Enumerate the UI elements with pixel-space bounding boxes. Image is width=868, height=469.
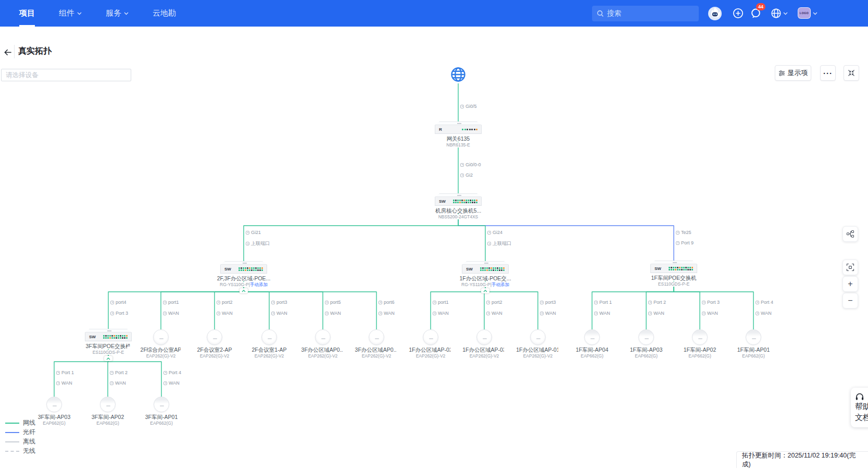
port-icon [487,242,491,245]
nav-search-input[interactable]: 搜索 [592,6,699,21]
port-icon [676,241,680,245]
port-icon [486,301,490,304]
port-label: WAN [163,380,180,386]
chevron-down-icon [813,12,817,15]
device-name: 1F车间-AP01 [720,347,787,353]
device-node[interactable]: SW2F,3F办公区域-POE...RG-YS110G-P|手动添加 [210,261,278,293]
port-icon [702,301,706,304]
manual-add-link[interactable]: 手动添加 [250,282,268,287]
switch-icon: SW [650,261,697,273]
device-model: NBS5200-24GT4XS [424,214,492,219]
help-label-line2: 文档 [855,412,868,423]
port-icon [648,301,652,304]
help-label-line1: 帮助 [855,401,868,412]
search-icon [597,10,604,17]
topology-canvas[interactable]: Gi0/5Gi0/0-0Gi2Te25Port 9Gi21上联端口Gi24上联端… [0,0,868,469]
port-label: port6 [379,300,395,305]
port-icon [163,371,167,375]
ap-icon [476,329,492,345]
device-node[interactable]: R网关6135NBR6135-E [424,121,492,147]
port-icon [217,301,220,304]
nav-tab-label: 组件 [59,8,74,18]
device-model: EAP662(G) [720,353,787,359]
nav-tab-label: 服务 [106,8,121,18]
port-label: Port 2 [648,300,666,305]
chevron-down-icon [77,12,82,15]
device-model: EAP662(G) [128,421,195,426]
ai-assistant-icon[interactable] [708,7,722,20]
switch-icon: SW [85,329,132,341]
port-icon [56,381,60,385]
legend-line-sample [5,432,19,433]
port-label: Port 2 [110,370,128,375]
port-label: Te25 [676,230,691,235]
port-label: WAN [163,311,179,316]
ap-icon [369,329,384,345]
layout-tree-button[interactable] [842,226,858,242]
device-node[interactable]: 3F车间-AP01EAP662(G) [128,397,195,426]
active-tab-underline [19,25,35,27]
topology-nodes-layer: Gi0/5Gi0/0-0Gi2Te25Port 9Gi21上联端口Gi24上联端… [0,0,868,469]
device-node[interactable]: SW机房核心交换机5...NBS5200-24GT4XS [424,193,492,219]
device-name: 2F,3F办公区域-POE... [210,275,278,281]
message-badge: 44 [756,3,765,10]
ap-icon [584,329,600,345]
focus-icon [846,263,854,271]
port-label: Gi0/5 [460,104,477,109]
add-icon[interactable] [733,8,744,19]
collapse-badge[interactable] [104,356,112,361]
device-node[interactable]: SW1F办公区域-POE交...RG-YS110G-P|手动添加 [451,261,519,293]
port-icon [379,301,382,304]
port-icon [433,312,436,315]
port-icon [163,381,167,385]
port-label: WAN [702,311,718,316]
collapse-badge[interactable] [240,288,248,293]
port-icon [433,301,436,304]
port-icon [246,242,249,245]
device-name: 网关6135 [424,135,492,142]
device-name: 1F办公区域-POE交... [451,275,519,281]
port-icon [460,174,464,177]
language-globe-icon[interactable] [771,8,782,19]
port-label: Gi0/0-0 [460,162,481,167]
nav-tab-label: 云地勘 [153,8,176,18]
nav-tab-label: 项目 [19,8,35,18]
nav-tab-components[interactable]: 组件 [59,0,82,27]
internet-node[interactable] [424,67,492,84]
chevron-down-icon [783,12,788,15]
zoom-in-button[interactable]: + [842,276,858,292]
user-avatar[interactable]: LOGO [798,7,811,19]
switch-icon: SW [435,193,482,206]
search-placeholder: 搜索 [607,9,621,18]
device-name: 1F车间POE交换机 [640,275,708,281]
port-label: Gi2 [460,172,473,178]
device-model: NBR6135-E [424,142,492,147]
port-icon [540,301,544,304]
port-label: Port 3 [110,311,128,316]
ap-icon [207,329,222,345]
nav-tab-services[interactable]: 服务 [106,0,129,27]
chevron-up-icon [242,290,246,292]
port-icon [702,312,706,315]
nav-tab-cloud-survey[interactable]: 云地勘 [153,0,176,27]
nav-tabs: 项目 组件 服务 云地勘 [19,0,200,27]
collapse-badge[interactable] [481,288,489,293]
port-label: WAN [379,311,395,316]
help-docs-button[interactable]: 帮助 文档 [851,388,868,427]
port-icon [460,105,464,108]
port-icon [325,312,329,315]
device-node[interactable]: 1F车间-AP01EAP662(G) [720,329,787,359]
port-label: WAN [486,311,502,316]
port-label: Port 4 [756,300,773,305]
port-label: Gi21 [246,230,261,235]
port-icon [163,301,167,304]
manual-add-link[interactable]: 手动添加 [492,282,509,287]
legend-item-fiber: 光纤 [5,429,35,436]
nav-tab-project[interactable]: 项目 [19,0,35,27]
zoom-out-button[interactable]: − [842,293,858,308]
device-node[interactable]: SW1F车间POE交换机ES110GDS-P-E [640,261,708,287]
port-icon [594,312,598,315]
port-icon [460,163,464,167]
chevron-up-icon [483,290,487,292]
fit-view-button[interactable] [842,260,858,275]
